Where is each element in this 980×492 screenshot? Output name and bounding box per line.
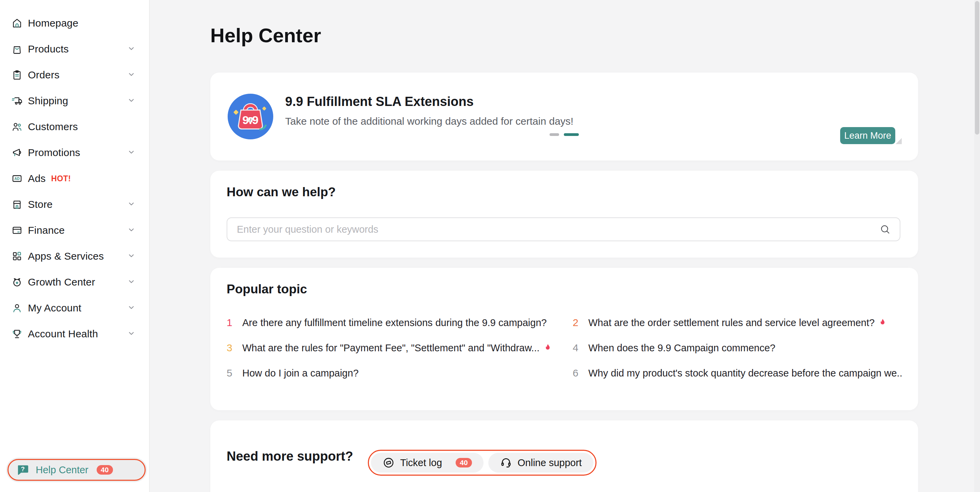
chevron-down-icon [127,44,136,54]
home-icon [11,18,23,29]
sidebar-item-apps-services[interactable]: Apps & Services [0,243,149,269]
customers-icon [11,121,23,133]
carousel-dot-inactive[interactable] [550,133,559,136]
store-icon [11,199,23,210]
sidebar-item-finance[interactable]: Finance [0,217,149,243]
sidebar-item-store[interactable]: Store [0,192,149,217]
topic-number: 6 [573,367,588,379]
headset-icon [500,457,512,469]
support-button-group: Ticket log 40 Online support [368,450,597,476]
support-heading: Need more support? [227,449,353,464]
topic-item-4[interactable]: 4 When does the 9.9 Campaign commence? [573,343,902,353]
apps-grid-icon [11,251,23,262]
topic-item-1[interactable]: 1 Are there any fulfillment timeline ext… [227,318,556,328]
chevron-down-icon [127,225,136,236]
popular-topic-card: Popular topic 1 Are there any fulfillmen… [210,268,918,410]
topic-item-3[interactable]: 3 What are the rules for "Payment Fee", … [227,343,556,353]
banner-title: 9.9 Fulfillment SLA Extensions [285,94,474,109]
sidebar-item-label: Account Health [28,328,98,340]
chevron-down-icon [127,277,136,288]
main-content: Help Center 9.9 ♪ 9.9 Fulfillment SLA Ex… [150,0,980,492]
banner-corner-fold [896,138,902,144]
sidebar-item-homepage[interactable]: Homepage [0,10,149,36]
carousel-dot-active[interactable] [564,133,579,136]
topic-item-5[interactable]: 5 How do I join a campaign? [227,368,556,378]
topic-number: 2 [573,317,588,329]
sidebar-item-growth-center[interactable]: Growth Center [0,269,149,295]
topic-number: 5 [227,367,242,379]
topic-list: 1 Are there any fulfillment timeline ext… [227,318,902,378]
search-box [227,217,900,241]
svg-text:AD: AD [14,176,20,181]
sidebar-item-label: Orders [28,69,60,81]
topic-text: What are the order settlement rules and … [588,317,875,329]
sidebar-item-ads[interactable]: AD Ads HOT! [0,166,149,192]
topic-number: 4 [573,342,588,354]
ticket-log-button[interactable]: Ticket log 40 [371,453,484,473]
sidebar-item-customers[interactable]: Customers [0,114,149,140]
sidebar-item-label: Finance [28,225,65,236]
hot-badge: HOT! [51,174,71,183]
topic-item-6[interactable]: 6 Why did my product's stock quantity de… [573,368,902,378]
products-bag-icon [11,43,23,55]
topic-text: Why did my product's stock quantity decr… [588,367,902,379]
sidebar-nav: Homepage Products Orders [0,0,149,347]
my-account-icon [11,302,23,314]
support-card: Need more support? Ticket log 40 Online … [210,420,918,492]
online-support-button[interactable]: Online support [488,453,593,473]
orders-clipboard-icon [11,69,23,81]
promotions-megaphone-icon [11,147,23,158]
shipping-truck-icon [11,95,23,107]
hot-flame-icon [878,318,888,328]
sidebar-item-label: Promotions [28,147,80,158]
sidebar-item-account-health[interactable]: Account Health [0,321,149,347]
sidebar: Homepage Products Orders [0,0,150,492]
topic-text: What are the rules for "Payment Fee", "S… [242,342,540,354]
ticket-log-label: Ticket log [400,457,442,468]
svg-text:♪: ♪ [249,118,251,122]
sidebar-item-promotions[interactable]: Promotions [0,140,149,166]
online-support-label: Online support [517,457,582,468]
carousel-indicators [550,133,579,136]
campaign-9-9-bag-icon: 9.9 ♪ [227,93,274,141]
hot-flame-icon [543,343,553,353]
topic-number: 3 [227,342,242,354]
page-title: Help Center [210,24,321,47]
banner-subtitle: Take note of the additional working days… [285,115,573,127]
topic-text: How do I join a campaign? [242,367,359,379]
sidebar-item-label: Store [28,199,53,210]
sidebar-item-label: Customers [28,121,78,133]
scrollbar-track [974,0,980,492]
sidebar-item-label: Ads [28,173,46,184]
topic-text: Are there any fulfillment timeline exten… [242,317,547,329]
chevron-down-icon [127,251,136,262]
search-input[interactable] [227,224,879,235]
help-center-button[interactable]: ? Help Center 40 [6,458,147,482]
scrollbar-thumb[interactable] [975,1,979,134]
account-health-trophy-icon [11,328,23,340]
sidebar-item-label: Shipping [28,95,68,107]
sidebar-item-products[interactable]: Products [0,36,149,62]
help-center-label: Help Center [36,465,89,476]
popular-topic-heading: Popular topic [227,282,307,296]
sidebar-item-my-account[interactable]: My Account [0,295,149,321]
chevron-down-icon [127,147,136,158]
svg-text:?: ? [21,465,24,473]
ads-icon: AD [11,173,23,184]
search-card: How can we help? [210,171,918,257]
finance-card-icon [11,225,23,236]
sidebar-item-shipping[interactable]: Shipping [0,88,149,114]
sidebar-item-label: Products [28,43,69,55]
chevron-down-icon [127,199,136,210]
learn-more-button[interactable]: Learn More [840,127,895,144]
topic-item-2[interactable]: 2 What are the order settlement rules an… [573,318,902,328]
chevron-down-icon [127,96,136,106]
topic-number: 1 [227,317,242,329]
sidebar-item-orders[interactable]: Orders [0,62,149,88]
help-center-count-badge: 40 [97,465,113,474]
sidebar-item-label: Apps & Services [28,251,104,262]
chevron-down-icon [127,329,136,339]
chevron-down-icon [127,303,136,313]
search-heading: How can we help? [227,185,336,199]
search-icon[interactable] [879,224,891,235]
